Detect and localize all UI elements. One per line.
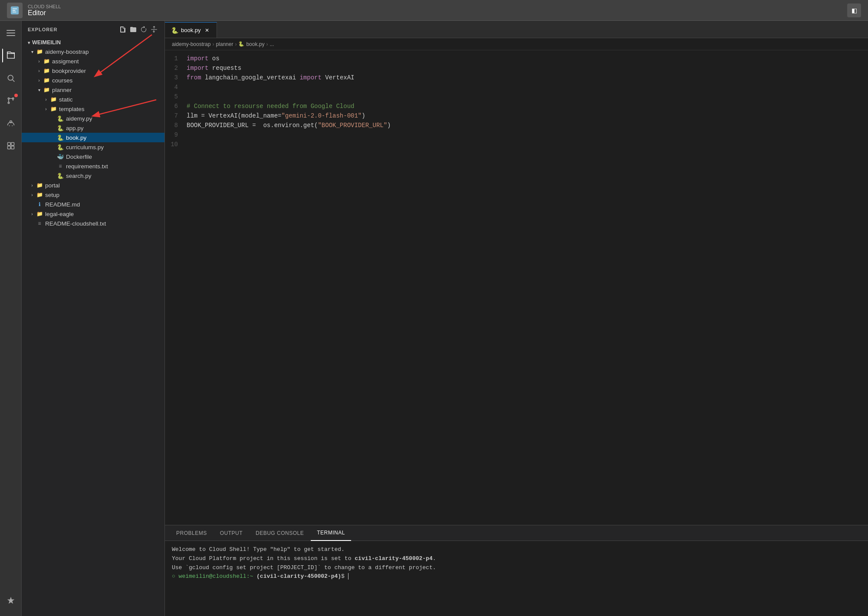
code-line-6: 6 # Connect to resourse needed from Goog… bbox=[165, 102, 868, 111]
tree-root[interactable]: ▾ WEIMEILIN bbox=[22, 38, 164, 47]
folder-label: static bbox=[59, 96, 164, 103]
folder-icon: 📁 bbox=[36, 48, 43, 56]
folder-chevron: › bbox=[43, 96, 49, 103]
tree-item-readme-cloudshell[interactable]: › ≡ README-cloudshell.txt bbox=[22, 219, 164, 228]
activity-bar bbox=[0, 21, 22, 616]
search-activity-icon[interactable] bbox=[2, 69, 20, 87]
tree-item-courses[interactable]: › 📁 courses bbox=[22, 75, 164, 85]
menu-icon[interactable] bbox=[2, 24, 20, 42]
terminal-line-1: Welcome to Cloud Shell! Type "help" to g… bbox=[172, 545, 861, 554]
tree-item-setup[interactable]: › 📁 setup bbox=[22, 190, 164, 200]
py-file-icon: 🐍 bbox=[56, 134, 64, 141]
debug-activity-icon[interactable] bbox=[2, 115, 20, 132]
breadcrumb-part-2: planner bbox=[216, 41, 233, 47]
folder-chevron: ▾ bbox=[36, 86, 43, 93]
tab-problems[interactable]: PROBLEMS bbox=[170, 525, 213, 541]
tree-item-readme-md[interactable]: › ℹ README.md bbox=[22, 200, 164, 209]
folder-label: aidemy-boostrap bbox=[45, 49, 164, 55]
tree-item-curriculums-py[interactable]: › 🐍 curriculums.py bbox=[22, 142, 164, 152]
svg-point-6 bbox=[8, 98, 9, 99]
tree-item-legal-eagle[interactable]: › 📁 legal-eagle bbox=[22, 209, 164, 219]
folder-chevron: › bbox=[36, 58, 43, 65]
sidebar-actions bbox=[118, 25, 158, 34]
folder-label: setup bbox=[45, 192, 164, 198]
new-file-button[interactable] bbox=[118, 25, 127, 34]
folder-icon: 📁 bbox=[49, 105, 57, 113]
code-line-10: 10 bbox=[165, 140, 868, 149]
svg-rect-2 bbox=[7, 33, 15, 33]
tree-item-bookprovider[interactable]: › 📁 bookprovider bbox=[22, 66, 164, 75]
extensions-activity-icon[interactable] bbox=[2, 137, 20, 154]
folder-label: bookprovider bbox=[52, 68, 164, 74]
terminal-line-4: ○ weimeilin@cloudshell:~ (civil-clarity-… bbox=[172, 572, 861, 581]
tab-debug-console[interactable]: DEBUG CONSOLE bbox=[250, 525, 310, 541]
terminal-content[interactable]: Welcome to Cloud Shell! Type "help" to g… bbox=[165, 541, 868, 616]
panel-tabs: PROBLEMS OUTPUT DEBUG CONSOLE TERMINAL bbox=[165, 525, 868, 541]
folder-icon: 📁 bbox=[49, 95, 57, 103]
file-label: aidemy.py bbox=[66, 115, 164, 122]
tree-item-aidemy-py[interactable]: › 🐍 aidemy.py bbox=[22, 114, 164, 123]
line-content: import requests bbox=[187, 63, 868, 73]
tab-book-py[interactable]: 🐍 book.py ✕ bbox=[165, 22, 217, 38]
main-layout: EXPLORER ▾ WEIMEILIN bbox=[0, 21, 868, 616]
subtitle: CLOUD SHELL bbox=[28, 4, 61, 9]
file-label: README-cloudshell.txt bbox=[45, 220, 164, 227]
txt-file-icon: ≡ bbox=[56, 162, 64, 170]
tree-item-app-py[interactable]: › 🐍 app.py bbox=[22, 123, 164, 133]
tree-item-requirements-txt[interactable]: › ≡ requirements.txt bbox=[22, 161, 164, 171]
collapse-all-button[interactable] bbox=[150, 25, 158, 34]
folder-chevron: ▾ bbox=[29, 48, 36, 55]
txt-file-icon: ≡ bbox=[36, 220, 43, 227]
code-editor[interactable]: 1 import os 2 import requests 3 from lan… bbox=[165, 50, 868, 525]
title-group: CLOUD SHELL Editor bbox=[28, 4, 61, 17]
code-line-3: 3 from langchain_google_vertexai import … bbox=[165, 73, 868, 82]
tree-item-templates[interactable]: › 📁 templates bbox=[22, 104, 164, 114]
file-label: search.py bbox=[66, 173, 164, 179]
folder-chevron: › bbox=[29, 210, 36, 217]
breadcrumb: aidemy-boostrap › planner › 🐍 book.py › … bbox=[165, 38, 868, 50]
tree-item-dockerfile[interactable]: › 🐳 Dockerfile bbox=[22, 152, 164, 161]
folder-chevron: › bbox=[36, 67, 43, 74]
tree-item-planner[interactable]: ▾ 📁 planner bbox=[22, 85, 164, 95]
tree-item-book-py[interactable]: › 🐍 book.py bbox=[22, 133, 164, 142]
tree-item-portal[interactable]: › 📁 portal bbox=[22, 180, 164, 190]
refresh-button[interactable] bbox=[139, 25, 148, 34]
folder-icon: 📁 bbox=[36, 210, 43, 218]
svg-point-7 bbox=[8, 102, 9, 103]
tree-item-assigment[interactable]: › 📁 assigment bbox=[22, 56, 164, 66]
line-num: 10 bbox=[165, 140, 187, 149]
source-control-icon[interactable] bbox=[2, 92, 20, 109]
panel-toggle-button[interactable]: ◧ bbox=[847, 3, 861, 17]
svg-point-4 bbox=[8, 75, 13, 80]
tab-terminal[interactable]: TERMINAL bbox=[311, 525, 351, 541]
tree-item-search-py[interactable]: › 🐍 search.py bbox=[22, 171, 164, 180]
new-folder-button[interactable] bbox=[129, 25, 138, 34]
folder-label: templates bbox=[59, 106, 164, 112]
line-num: 8 bbox=[165, 121, 187, 130]
svg-line-5 bbox=[12, 80, 14, 82]
root-chevron: ▾ bbox=[25, 39, 32, 46]
folder-label: planner bbox=[52, 87, 164, 93]
sidebar: EXPLORER ▾ WEIMEILIN bbox=[22, 21, 165, 616]
explorer-activity-icon[interactable] bbox=[2, 47, 20, 64]
tree-item-aidemy-boostrap[interactable]: ▾ 📁 aidemy-boostrap bbox=[22, 47, 164, 56]
code-line-9: 9 bbox=[165, 130, 868, 140]
svg-rect-11 bbox=[11, 143, 14, 146]
spark-activity-icon[interactable] bbox=[2, 592, 20, 609]
editor-area: 🐍 book.py ✕ aidemy-boostrap › planner › … bbox=[165, 21, 868, 616]
line-num: 3 bbox=[165, 73, 187, 82]
folder-icon: 📁 bbox=[43, 57, 50, 65]
code-line-2: 2 import requests bbox=[165, 63, 868, 73]
tab-close-button[interactable]: ✕ bbox=[204, 27, 210, 34]
line-content: BOOK_PROVIDER_URL = os.environ.get("BOOK… bbox=[187, 121, 868, 130]
title: Editor bbox=[28, 9, 61, 17]
folder-icon: 📁 bbox=[43, 76, 50, 84]
tab-output[interactable]: OUTPUT bbox=[214, 525, 249, 541]
docker-file-icon: 🐳 bbox=[56, 153, 64, 161]
tree-item-static[interactable]: › 📁 static bbox=[22, 95, 164, 104]
line-content: import os bbox=[187, 54, 868, 63]
py-file-icon: 🐍 bbox=[56, 124, 64, 132]
explorer-header: EXPLORER bbox=[22, 21, 164, 38]
line-content: # Connect to resourse needed from Google… bbox=[187, 102, 868, 111]
breadcrumb-part-3: book.py bbox=[246, 41, 264, 47]
